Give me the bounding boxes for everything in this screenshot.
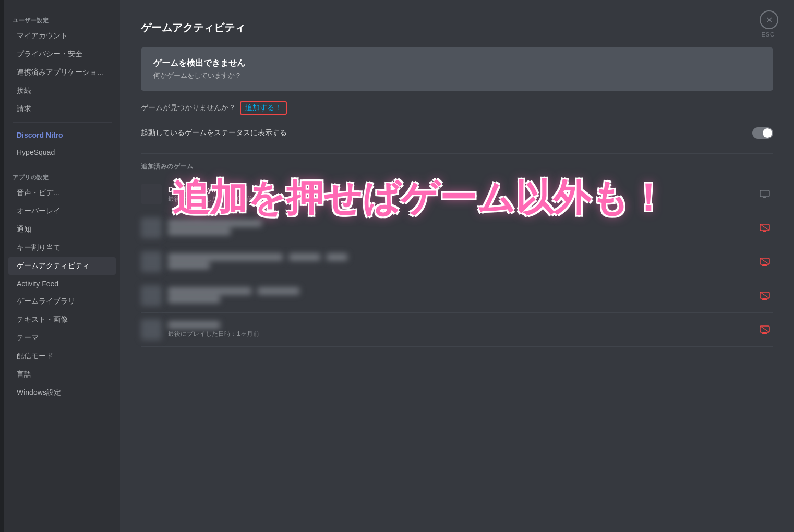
game-row-4 bbox=[141, 279, 773, 313]
sidebar-item-keybinds[interactable]: キー割り当て bbox=[8, 239, 116, 257]
sidebar-item-game-library[interactable]: ゲームライブラリ bbox=[8, 293, 116, 310]
game-disable-btn-3[interactable] bbox=[756, 253, 773, 270]
close-button[interactable]: ✕ bbox=[760, 10, 778, 29]
sidebar-item-overlay[interactable]: オーバーレイ bbox=[8, 202, 116, 220]
added-games-label: 追加済みのゲーム bbox=[141, 162, 773, 171]
svg-rect-6 bbox=[762, 232, 767, 232]
sidebar-item-my-account[interactable]: マイアカウント bbox=[8, 27, 116, 45]
svg-rect-2 bbox=[762, 198, 767, 198]
svg-line-12 bbox=[760, 292, 769, 298]
svg-rect-10 bbox=[762, 265, 767, 266]
game-status-toggle[interactable] bbox=[752, 127, 773, 139]
section-user-settings: ユーザー設定 bbox=[4, 13, 120, 27]
sidebar-item-hypesquad[interactable]: HypeSquad bbox=[8, 144, 116, 161]
game-disable-btn-5[interactable] bbox=[756, 321, 773, 338]
game-not-detected-box: ゲームを検出できません 何かゲームをしていますか？ bbox=[141, 47, 773, 91]
main-content: ゲームアクティビティ ゲームを検出できません 何かゲームをしていますか？ ゲーム… bbox=[120, 0, 794, 532]
game-disable-btn-2[interactable] bbox=[756, 220, 773, 236]
game-last-played-dead-by-daylight: 最後にプレイした日時：6日前 bbox=[168, 195, 750, 203]
section-divider bbox=[141, 153, 773, 154]
sidebar-item-connections[interactable]: 接続 bbox=[8, 82, 116, 100]
svg-line-4 bbox=[760, 224, 769, 231]
game-info-2 bbox=[168, 220, 750, 237]
game-icon-dead-by-daylight bbox=[141, 184, 162, 204]
game-icon-5 bbox=[141, 319, 162, 340]
sidebar-item-language[interactable]: 言語 bbox=[8, 366, 116, 383]
toggle-row: 起動しているゲームをステータスに表示する bbox=[141, 123, 773, 143]
game-row-2 bbox=[141, 211, 773, 245]
toggle-label: 起動しているゲームをステータスに表示する bbox=[141, 128, 287, 138]
game-name-5 bbox=[168, 321, 750, 329]
svg-rect-9 bbox=[763, 264, 766, 265]
sidebar-item-themes[interactable]: テーマ bbox=[8, 329, 116, 347]
divider-1 bbox=[13, 122, 112, 123]
svg-line-8 bbox=[760, 258, 769, 264]
add-game-link[interactable]: 追加する！ bbox=[240, 101, 287, 115]
game-row-5: 最後にプレイした日時：1ヶ月前 bbox=[141, 313, 773, 347]
svg-rect-14 bbox=[762, 299, 767, 300]
toggle-knob bbox=[763, 128, 772, 138]
game-disable-btn-4[interactable] bbox=[756, 287, 773, 304]
game-icon-4 bbox=[141, 285, 162, 306]
game-icon-3 bbox=[141, 251, 162, 272]
sidebar: ユーザー設定 マイアカウント プライバシー・安全 連携済みアプリケーショ... … bbox=[4, 0, 120, 532]
sidebar-item-text-images[interactable]: テキスト・画像 bbox=[8, 311, 116, 329]
svg-rect-0 bbox=[760, 190, 769, 197]
game-row-dead-by-daylight: Dead by Daylight ✓ 最後にプレイした日時：6日前 bbox=[141, 177, 773, 211]
sidebar-item-privacy-safety[interactable]: プライバシー・安全 bbox=[8, 45, 116, 63]
game-row-3 bbox=[141, 245, 773, 279]
page-title: ゲームアクティビティ bbox=[141, 21, 773, 35]
svg-rect-1 bbox=[763, 197, 766, 198]
game-name-4 bbox=[168, 287, 750, 295]
add-game-row: ゲームが見つかりませんか？ 追加する！ bbox=[141, 101, 773, 115]
verified-badge: ✓ bbox=[230, 186, 235, 193]
divider-2 bbox=[13, 165, 112, 165]
game-last-played-5: 最後にプレイした日時：1ヶ月前 bbox=[168, 330, 750, 338]
svg-rect-18 bbox=[762, 333, 767, 334]
game-not-detected-subtitle: 何かゲームをしていますか？ bbox=[153, 71, 761, 80]
game-overlay-btn-dead-by-daylight[interactable] bbox=[756, 186, 773, 202]
sidebar-item-windows-settings[interactable]: Windows設定 bbox=[8, 384, 116, 402]
game-name-3 bbox=[168, 253, 750, 261]
close-label: ESC bbox=[761, 31, 775, 38]
svg-rect-5 bbox=[763, 231, 766, 232]
svg-rect-17 bbox=[763, 332, 766, 333]
svg-rect-13 bbox=[763, 298, 766, 299]
svg-line-16 bbox=[760, 326, 769, 332]
sidebar-item-game-activity[interactable]: ゲームアクティビティ bbox=[8, 257, 116, 275]
sidebar-item-activity-feed[interactable]: Activity Feed bbox=[8, 275, 116, 292]
game-icon-2 bbox=[141, 217, 162, 238]
add-game-text: ゲームが見つかりませんか？ bbox=[141, 103, 236, 113]
sidebar-item-billing[interactable]: 請求 bbox=[8, 100, 116, 118]
game-info-3 bbox=[168, 253, 750, 271]
game-name-2 bbox=[168, 220, 750, 227]
game-info-4 bbox=[168, 287, 750, 305]
game-not-detected-title: ゲームを検出できません bbox=[153, 58, 761, 69]
sidebar-item-notifications[interactable]: 通知 bbox=[8, 221, 116, 238]
game-name-dead-by-daylight: Dead by Daylight ✓ bbox=[168, 185, 750, 194]
game-info-dead-by-daylight: Dead by Daylight ✓ 最後にプレイした日時：6日前 bbox=[168, 185, 750, 203]
sidebar-item-stream-mode[interactable]: 配信モード bbox=[8, 347, 116, 365]
sidebar-item-voice-video[interactable]: 音声・ビデ... bbox=[8, 184, 116, 202]
game-info-5: 最後にプレイした日時：1ヶ月前 bbox=[168, 321, 750, 338]
section-app-settings: アプリの設定 bbox=[4, 170, 120, 184]
sidebar-item-connected-apps[interactable]: 連携済みアプリケーショ... bbox=[8, 64, 116, 81]
sidebar-item-discord-nitro[interactable]: Discord Nitro bbox=[8, 127, 116, 143]
app-bar bbox=[0, 0, 4, 532]
